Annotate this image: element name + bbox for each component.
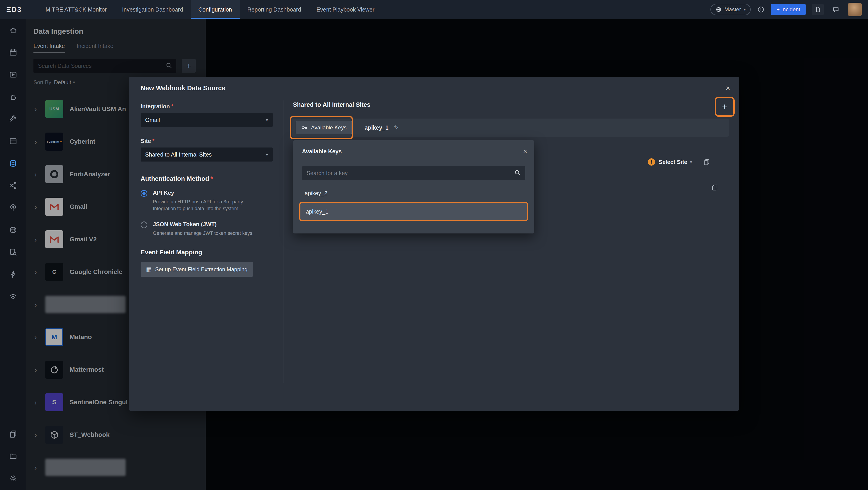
event-field-mapping-heading: Event Field Mapping <box>141 249 273 256</box>
nav-item-mitre[interactable]: MITRE ATT&CK Monitor <box>38 0 114 19</box>
folder-icon[interactable] <box>8 452 18 461</box>
add-incident-button[interactable]: + Incident <box>771 4 806 16</box>
copy-icon[interactable] <box>711 184 718 191</box>
close-icon[interactable]: × <box>725 84 730 92</box>
avatar[interactable] <box>848 3 862 16</box>
site-label: Site* <box>141 138 273 144</box>
key-search-box <box>302 166 525 180</box>
close-icon[interactable]: × <box>523 147 527 155</box>
info-icon[interactable] <box>757 6 765 13</box>
lightning-icon[interactable] <box>8 270 18 279</box>
chat-icon[interactable] <box>830 4 842 16</box>
select-site-dropdown[interactable]: Select Site▾ <box>659 159 692 165</box>
api-key-radio[interactable] <box>141 190 147 197</box>
broadcast-icon[interactable] <box>8 203 18 212</box>
key-search-input[interactable] <box>302 166 525 180</box>
chevron-down-icon: ▾ <box>744 7 746 12</box>
warning-icon: ! <box>648 158 655 166</box>
tools-wrench-icon[interactable] <box>8 114 18 123</box>
chevron-down-icon: ▾ <box>266 117 268 123</box>
share-network-icon[interactable] <box>8 181 18 190</box>
integration-dropdown[interactable]: Gmail ▾ <box>141 113 273 127</box>
new-webhook-modal: New Webhook Data Source × Integration* G… <box>129 77 739 411</box>
top-nav: ΞD3 MITRE ATT&CK Monitor Investigation D… <box>0 0 868 19</box>
add-key-annotation: + <box>715 97 735 117</box>
video-playbook-icon[interactable] <box>8 70 18 79</box>
available-keys-popup: Available Keys × apikey_2 apikey_1 <box>293 140 534 233</box>
jwt-label: JSON Web Token (JWT) <box>153 221 259 228</box>
edit-key-icon[interactable]: ✎ <box>394 124 399 131</box>
popup-header: Available Keys × <box>293 140 534 155</box>
auth-option-jwt: JSON Web Token (JWT) Generate and manage… <box>141 221 273 237</box>
master-site-selector[interactable]: Master ▾ <box>710 4 751 15</box>
globe-icon <box>715 6 722 13</box>
key-site-row: ! Select Site▾ <box>648 158 710 166</box>
integrations-puzzle-icon[interactable] <box>8 92 18 102</box>
nav-item-playbook[interactable]: Event Playbook Viewer <box>309 0 382 19</box>
sidebar-bottom-group <box>8 429 18 483</box>
modal-header: New Webhook Data Source × <box>129 77 739 92</box>
selected-key-name: apikey_1 <box>365 124 389 131</box>
fingerprint-icon[interactable] <box>8 292 18 301</box>
nav-item-reporting[interactable]: Reporting Dashboard <box>240 0 309 19</box>
api-key-label: API Key <box>153 190 259 196</box>
chevron-down-icon: ▾ <box>266 152 268 157</box>
required-mark: * <box>171 103 174 110</box>
shared-sites-heading: Shared to All Internal Sites <box>293 102 370 108</box>
available-keys-button[interactable]: Available Keys <box>296 121 352 134</box>
window-icon[interactable] <box>8 137 18 146</box>
modal-title: New Webhook Data Source <box>141 84 225 92</box>
required-mark: * <box>152 138 155 144</box>
nav-item-configuration[interactable]: Configuration <box>191 0 240 19</box>
app-root: ΞD3 MITRE ATT&CK Monitor Investigation D… <box>0 0 868 490</box>
pages-copy-icon[interactable] <box>8 429 18 438</box>
api-key-desc: Provide an HTTP push API for a 3rd-party… <box>153 198 259 212</box>
auth-option-api-key: API Key Provide an HTTP push API for a 3… <box>141 190 273 212</box>
calendar-icon[interactable] <box>8 48 18 57</box>
master-label: Master <box>724 6 741 13</box>
nav-menu: MITRE ATT&CK Monitor Investigation Dashb… <box>38 0 382 19</box>
gear-icon[interactable] <box>8 474 18 483</box>
key-option-apikey-1-selected[interactable]: apikey_1 <box>299 202 528 221</box>
integration-label: Integration* <box>141 103 273 110</box>
api-key-row: Available Keys apikey_1 ✎ <box>291 119 729 137</box>
search-icon <box>514 169 521 176</box>
key-option-apikey-2[interactable]: apikey_2 <box>305 190 534 197</box>
auth-method-heading: Authentication Method* <box>141 175 273 182</box>
nav-item-investigation[interactable]: Investigation Dashboard <box>114 0 191 19</box>
site-dropdown[interactable]: Shared to All Internal Sites ▾ <box>141 147 273 162</box>
chevron-down-icon: ▾ <box>690 160 692 165</box>
document-search-icon[interactable] <box>8 248 18 257</box>
column-divider <box>283 100 283 383</box>
left-icon-sidebar <box>0 19 26 490</box>
data-ingestion-database-icon[interactable] <box>8 159 18 168</box>
modal-left-column: Integration* Gmail ▾ Site* Shared to All… <box>141 103 273 277</box>
copy-icon[interactable] <box>703 158 710 166</box>
jwt-desc: Generate and manage JWT token secret key… <box>153 230 259 237</box>
d3-logo-icon[interactable]: ΞD3 <box>6 5 22 14</box>
jwt-radio[interactable] <box>141 222 147 228</box>
setup-mapping-button[interactable]: ▦ Set up Event Field Extraction Mapping <box>141 262 253 277</box>
popup-title: Available Keys <box>302 148 342 155</box>
key-icon <box>301 124 308 131</box>
document-icon[interactable] <box>812 4 824 16</box>
add-key-button[interactable]: + <box>717 99 732 114</box>
nav-right-cluster: Master ▾ + Incident <box>710 3 868 16</box>
home-icon[interactable] <box>8 26 18 35</box>
grid-icon: ▦ <box>146 266 152 273</box>
web-globe-icon[interactable] <box>8 225 18 234</box>
required-mark: * <box>211 175 213 182</box>
